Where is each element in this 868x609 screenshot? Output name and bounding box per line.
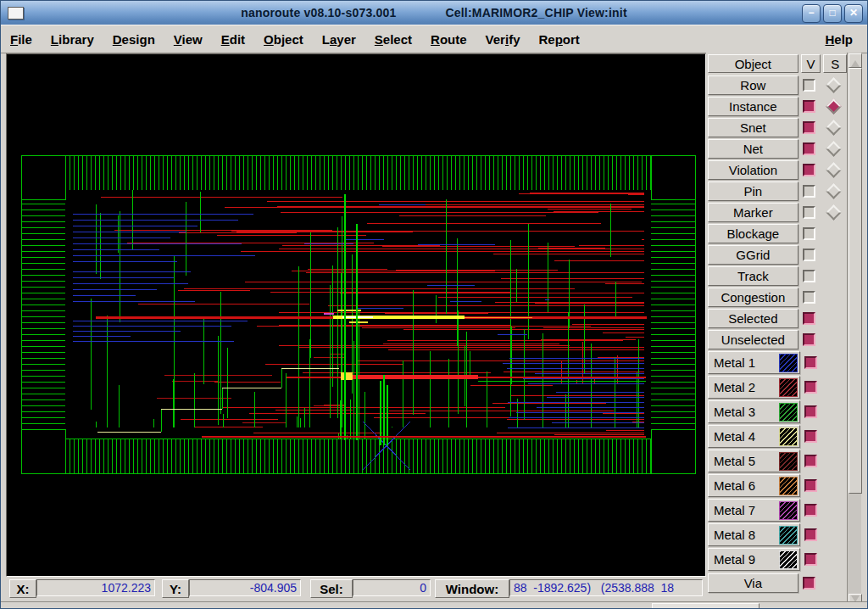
panel-row-metal-8: Metal 8	[706, 522, 847, 547]
maximize-button[interactable]: □	[823, 4, 842, 23]
minimize-button[interactable]: −	[802, 4, 821, 23]
layer-button-violation[interactable]: Violation	[708, 160, 798, 180]
layer-button-unselected[interactable]: Unselected	[708, 330, 798, 349]
visibility-checkbox-metal-5[interactable]	[804, 455, 817, 467]
menu-edit[interactable]: Edit	[212, 32, 254, 47]
visibility-checkbox-metal-3[interactable]	[804, 405, 817, 418]
visibility-checkbox-snet[interactable]	[803, 121, 815, 134]
selectability-diamond-instance[interactable]	[826, 98, 841, 114]
menu-design[interactable]: Design	[103, 32, 164, 47]
layer-button-metal-5[interactable]: Metal 5	[708, 450, 800, 472]
visibility-checkbox-net[interactable]	[803, 142, 815, 155]
menu-object[interactable]: Object	[254, 32, 313, 47]
menu-select[interactable]: Select	[365, 32, 421, 47]
layer-swatch-metal-5	[779, 452, 798, 471]
layer-label: Metal 4	[714, 429, 755, 444]
layer-button-row[interactable]: Row	[708, 75, 798, 95]
scrollbar-thumb[interactable]	[849, 68, 862, 494]
layer-button-congestion[interactable]: Congestion	[708, 288, 798, 307]
selectability-diamond-net[interactable]	[826, 141, 841, 156]
panel-row-violation: Violation	[706, 159, 847, 181]
visibility-checkbox-track[interactable]	[803, 270, 815, 282]
x-label: X:	[9, 579, 36, 598]
visibility-checkbox-marker[interactable]	[803, 206, 815, 219]
selectability-header-button[interactable]: S	[823, 54, 847, 73]
layer-button-metal-9[interactable]: Metal 9	[708, 548, 800, 571]
menu-layer[interactable]: Layer	[313, 32, 365, 47]
layer-swatch-metal-3	[779, 403, 798, 422]
layer-button-snet[interactable]: Snet	[708, 118, 798, 137]
layer-button-ggrid[interactable]: GGrid	[708, 245, 798, 265]
selectability-diamond-snet[interactable]	[826, 120, 841, 135]
layer-button-metal-6[interactable]: Metal 6	[708, 474, 800, 497]
layer-button-metal-4[interactable]: Metal 4	[708, 425, 800, 448]
layout-canvas[interactable]	[6, 53, 706, 577]
visibility-checkbox-via[interactable]	[803, 577, 815, 589]
layer-swatch-metal-9	[779, 550, 798, 569]
visibility-checkbox-selected[interactable]	[803, 312, 815, 325]
layer-label: Congestion	[721, 290, 785, 304]
selectability-diamond-row[interactable]	[826, 77, 841, 92]
visibility-checkbox-blockage[interactable]	[803, 227, 815, 240]
panel-row-metal-1: Metal 1	[706, 350, 847, 375]
visibility-checkbox-metal-8[interactable]	[804, 528, 817, 541]
layer-label: Selected	[728, 311, 777, 326]
visibility-checkbox-unselected[interactable]	[803, 333, 815, 346]
visibility-checkbox-violation[interactable]	[803, 164, 815, 176]
visibility-checkbox-pin[interactable]	[803, 185, 815, 198]
visibility-checkbox-metal-9[interactable]	[804, 553, 817, 566]
layer-button-metal-3[interactable]: Metal 3	[708, 400, 800, 423]
menu-route[interactable]: Route	[421, 32, 476, 47]
layer-button-via[interactable]: Via	[708, 573, 798, 593]
menu-file[interactable]: File	[1, 32, 42, 47]
selectability-diamond-pin[interactable]	[826, 183, 841, 198]
panel-row-unselected: Unselected	[706, 329, 847, 350]
horizontal-scrollbar-thumb[interactable]	[652, 603, 760, 609]
visibility-checkbox-metal-1[interactable]	[804, 356, 817, 369]
layer-button-instance[interactable]: Instance	[708, 97, 798, 116]
scroll-up-icon[interactable]	[849, 53, 862, 68]
layer-swatch-metal-6	[779, 477, 798, 495]
layer-button-track[interactable]: Track	[708, 266, 798, 286]
panel-row-metal-6: Metal 6	[706, 473, 847, 498]
menu-report[interactable]: Report	[529, 32, 588, 47]
panel-scrollbar[interactable]	[847, 53, 861, 609]
title-bar[interactable]: nanoroute v08.10-s073.001 Cell:MARIMOR2_…	[1, 1, 867, 25]
layer-label: Metal 8	[714, 528, 755, 542]
layer-button-metal-1[interactable]: Metal 1	[708, 351, 800, 374]
y-coordinate-field: -804.905	[189, 579, 301, 596]
menu-help[interactable]: Help	[815, 32, 862, 47]
bottom-scrollbar[interactable]	[1, 601, 868, 609]
layer-button-metal-2[interactable]: Metal 2	[708, 376, 800, 399]
visibility-checkbox-metal-7[interactable]	[804, 504, 817, 517]
visibility-checkbox-metal-4[interactable]	[804, 430, 817, 443]
visibility-checkbox-instance[interactable]	[803, 100, 815, 113]
visibility-checkbox-metal-6[interactable]	[804, 479, 817, 492]
layer-label: Track	[737, 269, 769, 283]
selectability-diamond-violation[interactable]	[826, 162, 841, 177]
layer-label: Metal 3	[714, 405, 755, 419]
layer-button-marker[interactable]: Marker	[708, 203, 798, 222]
layer-button-metal-7[interactable]: Metal 7	[708, 499, 800, 522]
layer-label: Net	[743, 142, 763, 156]
layer-button-blockage[interactable]: Blockage	[708, 224, 798, 243]
visibility-header-button[interactable]: V	[801, 54, 821, 73]
menu-library[interactable]: Library	[42, 32, 103, 47]
layer-button-metal-8[interactable]: Metal 8	[708, 523, 800, 546]
menu-view[interactable]: View	[164, 32, 212, 47]
layer-button-net[interactable]: Net	[708, 139, 798, 159]
visibility-checkbox-ggrid[interactable]	[803, 249, 815, 261]
layer-button-selected[interactable]: Selected	[708, 309, 798, 328]
window-icon	[8, 7, 24, 20]
selectability-diamond-marker[interactable]	[826, 204, 841, 220]
layer-button-pin[interactable]: Pin	[708, 182, 798, 201]
object-header-button[interactable]: Object	[708, 54, 798, 73]
menu-bar: FileLibraryDesignViewEditObjectLayerSele…	[1, 25, 867, 53]
menu-verify[interactable]: Verify	[476, 32, 530, 47]
title-cell-view: Cell:MARIMOR2_CHIP View:init	[445, 6, 626, 20]
visibility-checkbox-metal-2[interactable]	[804, 381, 817, 394]
visibility-checkbox-row[interactable]	[803, 79, 815, 92]
visibility-checkbox-congestion[interactable]	[803, 291, 815, 304]
close-button[interactable]: ✕	[844, 4, 863, 23]
panel-row-track: Track	[706, 265, 847, 287]
